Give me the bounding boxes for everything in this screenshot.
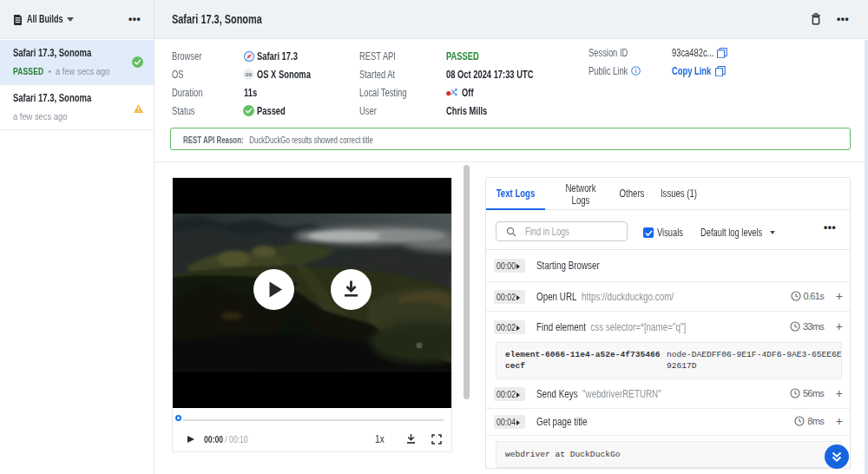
svg-text:os: os (246, 71, 253, 77)
